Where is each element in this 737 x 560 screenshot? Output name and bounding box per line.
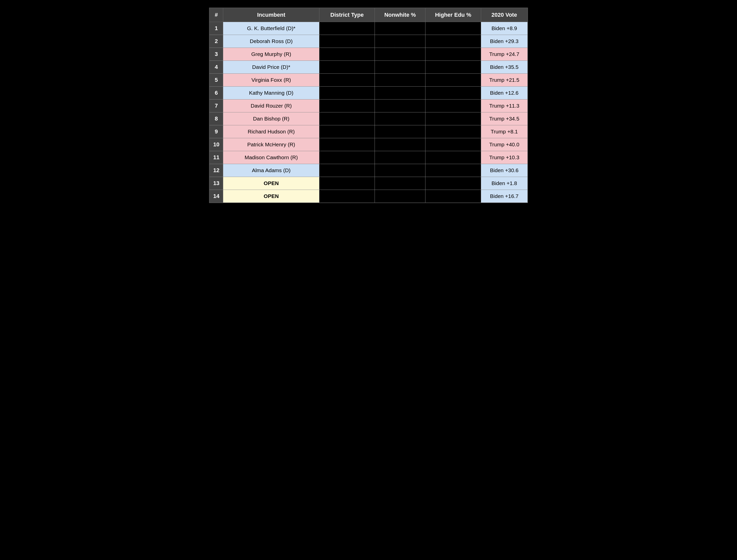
higher-edu-pct — [425, 177, 481, 190]
higher-edu-pct — [425, 22, 481, 35]
higher-edu-pct — [425, 138, 481, 151]
nonwhite-pct — [375, 151, 425, 164]
district-type — [319, 87, 375, 99]
district-type — [319, 151, 375, 164]
col-header-2020-vote: 2020 Vote — [481, 8, 528, 22]
higher-edu-pct — [425, 99, 481, 112]
row-number: 5 — [209, 74, 223, 87]
incumbent-name: David Rouzer (R) — [223, 99, 319, 112]
incumbent-name: David Price (D)* — [223, 61, 319, 74]
table-row: 7David Rouzer (R)Trump +11.3 — [209, 99, 528, 112]
nonwhite-pct — [375, 22, 425, 35]
district-type — [319, 138, 375, 151]
higher-edu-pct — [425, 61, 481, 74]
col-header-incumbent: Incumbent — [223, 8, 319, 22]
district-type — [319, 22, 375, 35]
nonwhite-pct — [375, 190, 425, 203]
district-type — [319, 164, 375, 177]
table-row: 11Madison Cawthorn (R)Trump +10.3 — [209, 151, 528, 164]
2020-vote: Trump +21.5 — [481, 74, 528, 87]
2020-vote: Biden +30.6 — [481, 164, 528, 177]
2020-vote: Trump +24.7 — [481, 48, 528, 61]
main-table-container: # Incumbent District Type Nonwhite % Hig… — [209, 8, 528, 203]
incumbent-name: Richard Hudson (R) — [223, 125, 319, 138]
row-number: 9 — [209, 125, 223, 138]
col-header-higher-edu: Higher Edu % — [425, 8, 481, 22]
table-row: 3Greg Murphy (R)Trump +24.7 — [209, 48, 528, 61]
2020-vote: Biden +1.8 — [481, 177, 528, 190]
higher-edu-pct — [425, 35, 481, 48]
nonwhite-pct — [375, 164, 425, 177]
row-number: 11 — [209, 151, 223, 164]
2020-vote: Trump +8.1 — [481, 125, 528, 138]
col-header-district-type: District Type — [319, 8, 375, 22]
nonwhite-pct — [375, 87, 425, 99]
incumbent-name: Alma Adams (D) — [223, 164, 319, 177]
2020-vote: Trump +10.3 — [481, 151, 528, 164]
row-number: 4 — [209, 61, 223, 74]
incumbent-name: Dan Bishop (R) — [223, 112, 319, 125]
2020-vote: Biden +29.3 — [481, 35, 528, 48]
district-type — [319, 74, 375, 87]
nonwhite-pct — [375, 112, 425, 125]
row-number: 3 — [209, 48, 223, 61]
nonwhite-pct — [375, 138, 425, 151]
higher-edu-pct — [425, 74, 481, 87]
2020-vote: Trump +11.3 — [481, 99, 528, 112]
2020-vote: Trump +34.5 — [481, 112, 528, 125]
nonwhite-pct — [375, 177, 425, 190]
table-row: 10Patrick McHenry (R)Trump +40.0 — [209, 138, 528, 151]
incumbent-name: Patrick McHenry (R) — [223, 138, 319, 151]
nonwhite-pct — [375, 74, 425, 87]
district-type — [319, 99, 375, 112]
incumbent-name: Madison Cawthorn (R) — [223, 151, 319, 164]
incumbent-name: Greg Murphy (R) — [223, 48, 319, 61]
higher-edu-pct — [425, 48, 481, 61]
table-row: 2Deborah Ross (D)Biden +29.3 — [209, 35, 528, 48]
col-header-nonwhite: Nonwhite % — [375, 8, 425, 22]
nonwhite-pct — [375, 48, 425, 61]
row-number: 12 — [209, 164, 223, 177]
row-number: 13 — [209, 177, 223, 190]
district-type — [319, 61, 375, 74]
row-number: 1 — [209, 22, 223, 35]
nonwhite-pct — [375, 99, 425, 112]
district-type — [319, 190, 375, 203]
incumbent-name: G. K. Butterfield (D)* — [223, 22, 319, 35]
row-number: 7 — [209, 99, 223, 112]
table-row: 9Richard Hudson (R)Trump +8.1 — [209, 125, 528, 138]
district-type — [319, 125, 375, 138]
nonwhite-pct — [375, 125, 425, 138]
row-number: 8 — [209, 112, 223, 125]
2020-vote: Trump +40.0 — [481, 138, 528, 151]
table-row: 14OPENBiden +16.7 — [209, 190, 528, 203]
table-row: 4David Price (D)*Biden +35.5 — [209, 61, 528, 74]
table-row: 8Dan Bishop (R)Trump +34.5 — [209, 112, 528, 125]
table-row: 13OPENBiden +1.8 — [209, 177, 528, 190]
district-type — [319, 112, 375, 125]
higher-edu-pct — [425, 112, 481, 125]
higher-edu-pct — [425, 125, 481, 138]
district-type — [319, 48, 375, 61]
table-row: 1G. K. Butterfield (D)*Biden +8.9 — [209, 22, 528, 35]
higher-edu-pct — [425, 190, 481, 203]
district-table: # Incumbent District Type Nonwhite % Hig… — [209, 8, 528, 203]
row-number: 2 — [209, 35, 223, 48]
row-number: 14 — [209, 190, 223, 203]
higher-edu-pct — [425, 87, 481, 99]
incumbent-name: Kathy Manning (D) — [223, 87, 319, 99]
table-row: 12Alma Adams (D)Biden +30.6 — [209, 164, 528, 177]
2020-vote: Biden +35.5 — [481, 61, 528, 74]
2020-vote: Biden +12.6 — [481, 87, 528, 99]
incumbent-name: Virginia Foxx (R) — [223, 74, 319, 87]
2020-vote: Biden +16.7 — [481, 190, 528, 203]
higher-edu-pct — [425, 164, 481, 177]
district-type — [319, 177, 375, 190]
2020-vote: Biden +8.9 — [481, 22, 528, 35]
incumbent-name: OPEN — [223, 177, 319, 190]
row-number: 10 — [209, 138, 223, 151]
incumbent-name: OPEN — [223, 190, 319, 203]
incumbent-name: Deborah Ross (D) — [223, 35, 319, 48]
nonwhite-pct — [375, 35, 425, 48]
col-header-num: # — [209, 8, 223, 22]
